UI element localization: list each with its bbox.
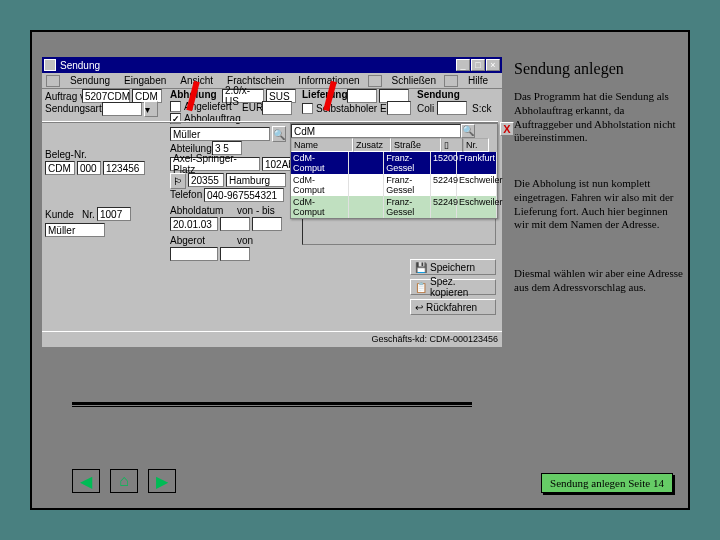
sck-label: S:ck bbox=[472, 103, 491, 114]
popup-filter-field[interactable]: CdM bbox=[291, 124, 461, 138]
menu-sendung[interactable]: Sendung bbox=[64, 75, 116, 86]
eur-field[interactable] bbox=[262, 101, 292, 115]
col-strasse: Straße bbox=[391, 138, 441, 152]
slide-frame: Sendung _ □ × Sendung Eingaben Ansicht F… bbox=[30, 30, 690, 510]
telefon-field[interactable]: 040-967554321 bbox=[204, 188, 284, 202]
abholdatum-field[interactable]: 20.01.03 bbox=[170, 217, 218, 231]
auftrag-field-1[interactable]: 5207CDM bbox=[82, 89, 130, 103]
app-window: Sendung _ □ × Sendung Eingaben Ansicht F… bbox=[42, 57, 502, 347]
help-menu-icon bbox=[444, 75, 458, 87]
paragraph-3: Diesmal wählen wir aber eine Adresse aus… bbox=[514, 267, 684, 295]
name-field[interactable]: Müller bbox=[170, 127, 270, 141]
window-title: Sendung bbox=[60, 60, 100, 71]
selbstabholer-checkbox[interactable]: Selbstabholer ELF bbox=[302, 103, 398, 114]
nav-next-icon[interactable]: ▶ bbox=[148, 469, 176, 493]
bis-field[interactable] bbox=[252, 217, 282, 231]
maximize-button[interactable]: □ bbox=[471, 59, 485, 71]
col-zusatz: Zusatz bbox=[353, 138, 391, 152]
beleg-label: Beleg-Nr. bbox=[45, 149, 87, 160]
menubar: Sendung Eingaben Ansicht Frachtschein In… bbox=[42, 73, 502, 89]
popup-row-0[interactable]: CdM-Comput Franz-Gessel 15200 Frankfurt bbox=[291, 152, 497, 174]
abgerot-field[interactable] bbox=[170, 247, 218, 261]
beleg-field-3[interactable]: 123456 bbox=[103, 161, 145, 175]
minimize-button[interactable]: _ bbox=[456, 59, 470, 71]
nav-home-icon[interactable]: ⌂ bbox=[110, 469, 138, 493]
divider bbox=[72, 402, 472, 405]
coli-field[interactable] bbox=[437, 101, 467, 115]
flag-icon[interactable]: 🏳 bbox=[170, 173, 186, 189]
kunde-name-field[interactable]: Müller bbox=[45, 223, 105, 237]
rueckfahren-button[interactable]: ↩ Rückfahren bbox=[410, 299, 496, 315]
statusbar: Geschäfts-kd: CDM-000123456 bbox=[42, 331, 502, 345]
menu-hilfe[interactable]: Hilfe bbox=[462, 75, 494, 86]
angeliefert-checkbox[interactable]: Angeliefert bbox=[170, 101, 232, 112]
name-lookup-icon[interactable]: 🔍 bbox=[272, 126, 286, 142]
paragraph-1: Das Programm hat die Sendung als Abholau… bbox=[514, 90, 684, 145]
address-suggest-popup: CdM 🔍 Name Zusatz Straße ▯ Nr. CdM-Compu… bbox=[290, 123, 498, 219]
popup-close-icon[interactable]: X bbox=[500, 122, 514, 136]
col-name: Name bbox=[291, 138, 353, 152]
close-button[interactable]: × bbox=[486, 59, 500, 71]
sendungsart-label: Sendungsart bbox=[45, 103, 102, 114]
titlebar: Sendung _ □ × bbox=[42, 57, 502, 73]
checkbox-icon bbox=[302, 103, 313, 114]
lieferung-field-1[interactable] bbox=[347, 89, 377, 103]
save-icon: 💾 bbox=[415, 262, 427, 273]
beleg-field-2[interactable]: 000 bbox=[77, 161, 101, 175]
form-area: Auftrag von 5207CDM CDM Abholung 2.0/x-U… bbox=[42, 89, 502, 345]
checkbox-icon bbox=[170, 101, 181, 112]
col-nr: Nr. bbox=[463, 138, 489, 152]
speichern-button[interactable]: 💾 Speichern bbox=[410, 259, 496, 275]
paragraph-2: Die Abholung ist nun komplett eingetrage… bbox=[514, 177, 684, 232]
popup-search-icon[interactable]: 🔍 bbox=[461, 124, 475, 138]
sendung-section-label: Sendung bbox=[417, 89, 460, 100]
beleg-field-1[interactable]: CDM bbox=[45, 161, 75, 175]
lieferung-label: Lieferung bbox=[302, 89, 348, 100]
city-field[interactable]: Hamburg bbox=[226, 173, 286, 187]
page-title: Sendung anlegen bbox=[514, 60, 624, 78]
kunde-nr-field[interactable]: 1007 bbox=[97, 207, 131, 221]
menu-schliessen[interactable]: Schließen bbox=[386, 75, 442, 86]
menu-eingaben[interactable]: Eingaben bbox=[118, 75, 172, 86]
plz-field[interactable]: 20355 bbox=[188, 173, 224, 187]
abholdatum-label: Abholdatum bbox=[170, 205, 223, 216]
vonbis-label: von - bis bbox=[237, 205, 275, 216]
eur-label: EUR bbox=[242, 102, 263, 113]
nav-prev-icon[interactable]: ◀ bbox=[72, 469, 100, 493]
spez-kopieren-button[interactable]: 📋 Spez. kopieren bbox=[410, 279, 496, 295]
street-nr-field[interactable]: 102Ab bbox=[262, 157, 292, 171]
sendungsart-dropdown-icon[interactable]: ▾ bbox=[144, 101, 158, 117]
col-icon: ▯ bbox=[444, 140, 449, 150]
close-menu-icon bbox=[368, 75, 382, 87]
kunde-nr-label: Nr. bbox=[82, 209, 95, 220]
popup-row-1[interactable]: CdM-Comput Franz-Gessel 52249 Eschweiler bbox=[291, 174, 497, 196]
coli-label: Coli bbox=[417, 103, 434, 114]
copy-icon: 📋 bbox=[415, 282, 427, 293]
telefon-label: Telefon bbox=[170, 189, 202, 200]
footer-badge: Sendung anlegen Seite 14 bbox=[541, 473, 673, 493]
popup-header-row: Name Zusatz Straße ▯ Nr. bbox=[291, 138, 497, 152]
status-text: Geschäfts-kd: CDM-000123456 bbox=[371, 334, 498, 344]
von2-label: von bbox=[237, 235, 253, 246]
popup-row-2[interactable]: CdM-Comput Franz-Gessel 52249 Eschweiler bbox=[291, 196, 497, 218]
back-icon: ↩ bbox=[415, 302, 423, 313]
von2-field[interactable] bbox=[220, 247, 250, 261]
abgerot-label: Abgerot bbox=[170, 235, 205, 246]
street-field[interactable]: Axel-Springer-Platz bbox=[170, 157, 260, 171]
kunde-label: Kunde bbox=[45, 209, 74, 220]
sendungsart-field[interactable] bbox=[102, 102, 142, 116]
nav-buttons: ◀ ⌂ ▶ bbox=[72, 469, 176, 493]
app-icon bbox=[44, 59, 56, 71]
app-menu-icon[interactable] bbox=[46, 75, 60, 87]
selbstabholer-field[interactable] bbox=[387, 101, 411, 115]
von-field[interactable] bbox=[220, 217, 250, 231]
